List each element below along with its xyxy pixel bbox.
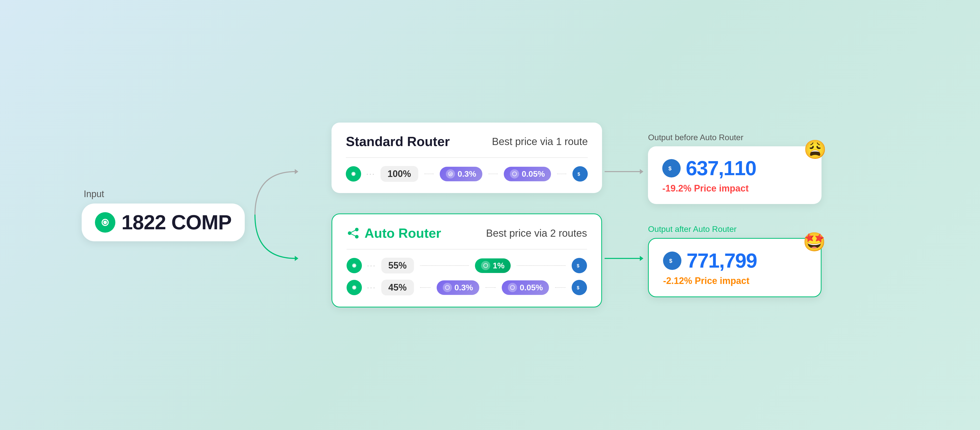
right-connectors <box>602 126 648 304</box>
auto-fee1-route1-label: 1% <box>493 261 504 271</box>
share-icon <box>347 226 360 240</box>
auto-router-title-text: Auto Router <box>364 226 441 241</box>
standard-router-divider <box>346 157 588 158</box>
output-after-block: Output after Auto Router 🤩 $ 771,799 -2.… <box>648 225 821 297</box>
usdc-icon-3: $ <box>572 280 587 295</box>
dots-line-5 <box>517 265 566 266</box>
svg-point-6 <box>352 173 355 175</box>
routers-section: Standard Router Best price via 1 route ·… <box>331 123 602 307</box>
svg-point-1 <box>104 221 106 223</box>
svg-line-16 <box>350 233 357 237</box>
fee-icon-3 <box>481 261 490 270</box>
comp-icon <box>95 212 115 233</box>
fee-icon-4 <box>443 283 452 292</box>
svg-point-27 <box>511 285 514 290</box>
output-before-label: Output before Auto Router <box>648 133 821 142</box>
svg-text:$: $ <box>577 285 579 290</box>
dots-line-4 <box>420 265 469 266</box>
dots-3: ··· <box>367 283 376 291</box>
comp-token-icon-2 <box>347 258 362 273</box>
auto-percent-2: 45% <box>381 280 414 295</box>
usdc-icon-1: $ <box>573 166 588 182</box>
diagram-container: Input 1822 COMP <box>0 0 980 430</box>
svg-point-25 <box>353 287 355 288</box>
output-after-label: Output after Auto Router <box>648 225 821 234</box>
svg-text:$: $ <box>578 172 580 177</box>
usdc-large-2: $ <box>663 252 681 270</box>
auto-fee2-route2-label: 0.05% <box>520 283 543 292</box>
fee-icon-5 <box>508 283 517 292</box>
input-box: 1822 COMP <box>82 204 245 241</box>
auto-fee2-route2: 0.05% <box>502 280 549 295</box>
output-before-card: 😩 $ 637,110 -19.2% Price impact <box>648 146 821 204</box>
dots-line-1 <box>425 174 434 174</box>
dots-line-8 <box>555 287 566 288</box>
output-after-impact: -2.12% Price impact <box>663 276 749 286</box>
standard-router-title: Standard Router <box>346 134 450 149</box>
svg-point-20 <box>484 263 488 268</box>
output-after-amount-row: $ 771,799 <box>663 249 807 272</box>
output-before-impact: -19.2% Price impact <box>662 183 749 194</box>
standard-percent: 100% <box>380 166 418 182</box>
auto-route-row-1: ··· 55% 1% $ <box>347 258 587 274</box>
auto-percent-1: 55% <box>381 258 414 274</box>
output-before-emoji: 😩 <box>803 139 827 160</box>
output-before-block: Output before Auto Router 😩 $ 637,110 -1… <box>648 133 821 204</box>
svg-marker-3 <box>295 256 298 261</box>
dots-line-2 <box>488 174 498 174</box>
dots-line-6 <box>420 287 431 288</box>
standard-router-header: Standard Router Best price via 1 route <box>346 134 588 149</box>
standard-fee2-label: 0.05% <box>522 169 545 179</box>
auto-route-row-2: ··· 45% 0.3% 0.05% <box>347 280 587 295</box>
svg-marker-2 <box>295 169 298 174</box>
comp-token-icon <box>346 166 361 182</box>
auto-router-header: Auto Router Best price via 2 routes <box>347 226 587 241</box>
auto-fee1-route2-label: 0.3% <box>455 283 473 292</box>
standard-router-card: Standard Router Best price via 1 route ·… <box>331 123 602 193</box>
usdc-large-1: $ <box>662 159 681 177</box>
output-before-amount: 637,110 <box>686 156 756 180</box>
auto-router-divider <box>347 249 587 250</box>
usdc-icon-2: $ <box>572 258 587 273</box>
comp-token-icon-3 <box>347 280 362 295</box>
auto-router-title: Auto Router <box>347 226 441 241</box>
svg-text:$: $ <box>668 165 671 172</box>
output-after-emoji: 🤩 <box>803 231 826 253</box>
output-before-amount-row: $ 637,110 <box>662 156 807 180</box>
svg-text:$: $ <box>577 263 579 268</box>
dots-1: ··· <box>366 170 375 178</box>
dots-line-7 <box>485 287 496 288</box>
input-section: Input 1822 COMP <box>82 189 245 241</box>
dots-line-3 <box>557 174 566 174</box>
standard-route-row: ··· 100% ⇄ 0.3% 0.05% <box>346 166 588 182</box>
output-after-card: 🤩 $ 771,799 -2.12% Price impact <box>648 238 821 297</box>
outputs-section: Output before Auto Router 😩 $ 637,110 -1… <box>648 133 821 297</box>
standard-router-subtitle: Best price via 1 route <box>492 136 588 147</box>
standard-fee1-label: 0.3% <box>458 169 476 179</box>
auto-router-card: Auto Router Best price via 2 routes ··· … <box>331 213 602 307</box>
standard-fee2: 0.05% <box>504 167 551 181</box>
svg-point-19 <box>353 264 355 267</box>
fee-icon-2 <box>510 169 519 178</box>
output-after-amount: 771,799 <box>687 249 757 272</box>
svg-text:⇄: ⇄ <box>449 172 452 176</box>
auto-router-subtitle: Best price via 2 routes <box>486 228 587 239</box>
main-layout: Input 1822 COMP <box>82 123 898 307</box>
auto-fee1-route1: 1% <box>475 258 511 273</box>
svg-point-9 <box>512 172 517 176</box>
svg-text:$: $ <box>669 258 672 264</box>
auto-fee1-route2: 0.3% <box>437 280 479 295</box>
svg-marker-33 <box>640 256 643 261</box>
left-connectors <box>245 126 331 304</box>
input-label: Input <box>84 189 104 199</box>
dots-2: ··· <box>367 261 376 270</box>
input-amount: 1822 COMP <box>121 211 231 234</box>
svg-line-15 <box>350 229 357 233</box>
svg-point-26 <box>445 285 449 290</box>
svg-marker-31 <box>640 169 643 174</box>
fee-icon-1: ⇄ <box>446 169 455 178</box>
standard-fee1: ⇄ 0.3% <box>440 167 482 181</box>
